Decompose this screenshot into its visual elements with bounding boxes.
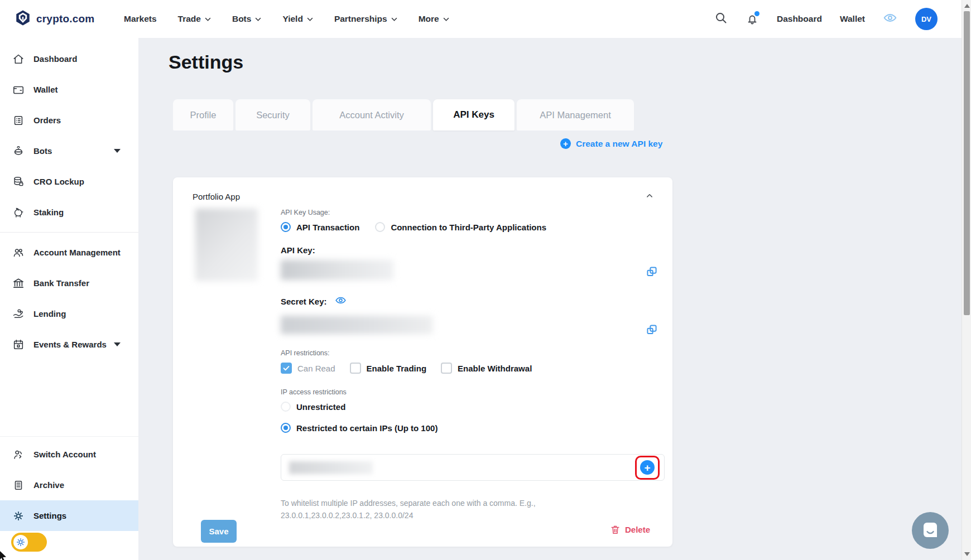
sidebar: Dashboard Wallet Orders Bots CRO Lockup … [0,38,138,560]
wallet-icon [12,84,25,96]
chevron-down-icon[interactable] [114,149,121,153]
sidebar-item-account-management[interactable]: Account Management [0,237,138,268]
nav-item-bots[interactable]: Bots [232,14,261,24]
sidebar-item-cro-lockup[interactable]: CRO Lockup [0,166,138,197]
nav-item-markets[interactable]: Markets [124,14,157,24]
support-chat-button[interactable] [912,512,949,549]
scroll-down-arrow[interactable] [964,552,970,556]
archive-icon [12,479,25,491]
sidebar-item-staking[interactable]: Staking [0,197,138,228]
scrollbar-thumb[interactable] [964,11,970,315]
trash-icon [610,524,621,535]
sidebar-item-events-rewards[interactable]: Events & Rewards [0,329,138,360]
bank-icon [12,277,25,289]
top-navbar: crypto.com Markets Trade Bots Yield Part… [0,0,962,38]
nav-wallet-link[interactable]: Wallet [840,14,865,24]
orders-icon [12,114,25,127]
ip-help-text-line1: To whitelist multiple IP addresses, sepa… [281,499,536,508]
checkbox-can-read[interactable]: Can Read [281,363,335,374]
nav-item-yield[interactable]: Yield [282,14,313,24]
page-scrollbar[interactable] [962,0,971,560]
notification-dot [754,11,760,16]
ip-value-redacted [289,461,373,474]
tab-account-activity[interactable]: Account Activity [313,99,431,131]
api-key-card-title: Portfolio App [193,192,240,201]
api-key-usage-options: API Transaction Connection to Third-Part… [281,222,546,232]
sidebar-item-dashboard[interactable]: Dashboard [0,44,138,74]
chevron-down-icon [391,17,397,21]
checkbox-enable-trading[interactable]: Enable Trading [350,363,427,374]
user-avatar[interactable]: DV [915,8,938,30]
app-screen: crypto.com Markets Trade Bots Yield Part… [0,0,971,560]
plus-circle-icon: + [560,138,571,149]
radio-api-transaction[interactable]: API Transaction [281,222,359,232]
ip-whitelist-input[interactable]: + [281,454,665,481]
chevron-down-icon [443,17,449,21]
radio-third-party[interactable]: Connection to Third-Party Applications [375,222,546,232]
checkbox-enable-withdrawal[interactable]: Enable Withdrawal [441,363,532,374]
api-restrictions-label: API restrictions: [281,349,330,357]
privacy-eye-icon[interactable] [883,11,897,27]
crypto-shield-icon [15,9,31,28]
add-ip-button[interactable]: + [640,460,655,475]
tab-security[interactable]: Security [235,99,310,131]
delete-api-key-button[interactable]: Delete [610,524,650,535]
sidebar-item-orders[interactable]: Orders [0,105,138,136]
radio-unrestricted[interactable]: Unrestricted [281,402,345,412]
checkbox-unchecked-icon [350,363,361,374]
nav-item-trade[interactable]: Trade [178,14,211,24]
radio-restricted-ips[interactable]: Restricted to certain IPs (Up to 100) [281,423,438,433]
notifications-bell-icon[interactable] [746,12,759,26]
secret-key-value-redacted [281,316,432,334]
calendar-icon [12,339,25,351]
nav-item-more[interactable]: More [419,14,449,24]
chat-smile-icon [921,521,940,540]
copy-api-key-icon[interactable] [645,264,659,279]
chevron-down-icon [255,17,261,21]
tab-profile[interactable]: Profile [173,99,233,131]
reveal-secret-eye-icon[interactable] [335,295,347,308]
navbar-right: Dashboard Wallet DV [714,0,938,38]
chevron-down-icon[interactable] [114,342,121,346]
api-key-value-redacted [281,260,393,280]
radio-selected-icon [281,222,291,232]
chevron-down-icon [205,17,211,21]
page-title: Settings [169,51,243,73]
sidebar-item-lending[interactable]: Lending [0,298,138,329]
tab-api-keys[interactable]: API Keys [433,99,515,131]
api-key-card: Portfolio App API Key Usage: API Transac… [173,177,672,547]
sidebar-item-wallet[interactable]: Wallet [0,74,138,105]
api-key-label: API Key: [281,245,315,255]
sidebar-item-bank-transfer[interactable]: Bank Transfer [0,268,138,298]
sidebar-item-switch-account[interactable]: Switch Account [0,439,138,470]
checkbox-checked-icon [281,363,292,374]
tab-api-management[interactable]: API Management [517,99,634,131]
sidebar-bottom-group: Switch Account Archive Settings [0,436,138,531]
nav-dashboard-link[interactable]: Dashboard [777,14,822,24]
crypto-logo[interactable]: crypto.com [15,0,94,38]
copy-secret-key-icon[interactable] [645,322,659,337]
ip-access-label: IP access restrictions [281,388,347,396]
logo-text: crypto.com [36,13,94,25]
hand-coins-icon [12,308,25,320]
ip-option-restricted-row: Restricted to certain IPs (Up to 100) [281,423,438,433]
home-icon [12,53,25,65]
scroll-up-arrow[interactable] [964,4,970,8]
chevron-down-icon [307,17,313,21]
collapse-chevron-up-icon[interactable] [645,191,655,203]
save-button[interactable]: Save [201,520,237,543]
sidebar-item-bots[interactable]: Bots [0,136,138,166]
secret-key-label: Secret Key: [281,297,327,306]
checkbox-unchecked-icon [441,363,452,374]
ip-help-text-line2: 23.0.0.1,23.0.0.2,23.0.1.2, 23.0.0.0/24 [281,511,413,520]
radio-selected-icon [281,423,291,433]
sidebar-item-settings[interactable]: Settings [0,500,138,531]
sidebar-item-archive[interactable]: Archive [0,470,138,500]
theme-toggle[interactable] [11,533,47,552]
create-api-key-button[interactable]: + Create a new API key [560,138,662,149]
qr-code-redacted [195,209,258,281]
nav-item-partnerships[interactable]: Partnerships [334,14,397,24]
radio-unselected-icon [281,402,291,412]
users-icon [12,247,25,259]
search-icon[interactable] [714,11,728,27]
